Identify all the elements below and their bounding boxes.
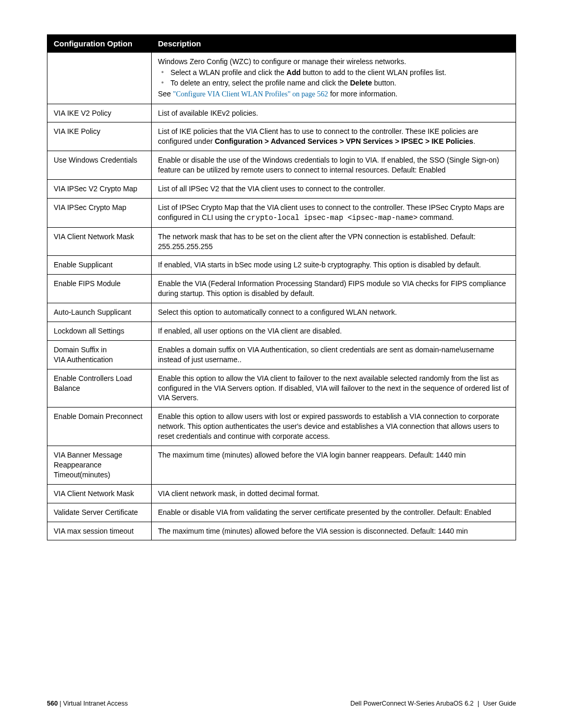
description-cell: List of all IPSec V2 that the VIA client… [152,180,516,199]
table-row: Domain Suffix in VIA Authentication Enab… [47,340,516,369]
table-row: VIA Banner Message Reappearance Timeout(… [47,446,516,485]
description-cell: Windows Zero Config (WZC) to configure o… [152,53,516,104]
table-row: VIA IKE V2 Policy List of available IKEv… [47,104,516,122]
description-cell: List of IPSec Crypto Map that the VIA cl… [152,198,516,227]
page-footer: 560 | Virtual Intranet Access Dell Power… [47,700,516,707]
option-cell: Validate Server Certificate [47,503,152,522]
footer-doc: User Guide [483,700,516,707]
option-cell: Domain Suffix in VIA Authentication [47,340,152,369]
table-row: VIA Client Network Mask VIA client netwo… [47,484,516,503]
list-item: To delete an entry, select the profile n… [170,78,509,88]
table-row: Use Windows Credentials Enable or disabl… [47,151,516,180]
bold-path: Configuration > Advanced Services > VPN … [215,137,473,145]
page: Configuration Option Description Windows… [0,0,563,728]
table-row: VIA IPSec Crypto Map List of IPSec Crypt… [47,198,516,227]
description-cell: Enable this option to allow the VIA clie… [152,369,516,408]
option-cell: VIA Client Network Mask [47,227,152,256]
text: command. [418,213,454,221]
header-description: Description [152,35,516,53]
table-row: VIA IPSec V2 Crypto Map List of all IPSe… [47,180,516,199]
description-cell: Enables a domain suffix on VIA Authentic… [152,340,516,369]
option-cell: Enable Supplicant [47,256,152,275]
option-cell: VIA IKE Policy [47,122,152,151]
description-cell: Enable the VIA (Federal Information Proc… [152,275,516,303]
table-row: Lockdown all Settings If enabled, all us… [47,322,516,341]
description-cell: Enable or disable VIA from validating th… [152,503,516,522]
description-cell: Enable or disable the use of the Windows… [152,151,516,180]
bold-delete: Delete [350,79,372,87]
page-number: 560 [47,700,58,707]
option-cell: VIA IPSec V2 Crypto Map [47,180,152,199]
description-cell: Select this option to automatically conn… [152,303,516,322]
footer-right: Dell PowerConnect W-Series ArubaOS 6.2 |… [350,700,516,707]
option-cell: VIA Banner Message Reappearance Timeout(… [47,446,152,485]
option-cell: VIA IPSec Crypto Map [47,198,152,227]
footer-sep: | [476,700,481,707]
text: for more information. [328,90,397,98]
option-cell: Enable Domain Preconnect [47,408,152,446]
table-row: Enable FIPS Module Enable the VIA (Feder… [47,275,516,303]
text: Windows Zero Config (WZC) to configure o… [158,57,406,66]
table-row: Enable Supplicant If enabled, VIA starts… [47,256,516,275]
table-row: Windows Zero Config (WZC) to configure o… [47,53,516,104]
option-cell: Use Windows Credentials [47,151,152,180]
list-item: Select a WLAN profile and click the Add … [170,68,509,78]
table-row: Enable Domain Preconnect Enable this opt… [47,408,516,446]
description-cell: Enable this option to allow users with l… [152,408,516,446]
description-cell: The network mask that has to be set on t… [152,227,516,256]
footer-sep: | [58,700,63,707]
text: Select a WLAN profile and click the [170,68,287,77]
table-header-row: Configuration Option Description [47,35,516,53]
text: To delete an entry, select the profile n… [170,79,350,87]
table-row: Validate Server Certificate Enable or di… [47,503,516,522]
description-cell: If enabled, VIA starts in bSec mode usin… [152,256,516,275]
description-cell: List of available IKEv2 policies. [152,104,516,122]
footer-left: 560 | Virtual Intranet Access [47,700,128,707]
table-row: VIA IKE Policy List of IKE policies that… [47,122,516,151]
option-cell: Enable FIPS Module [47,275,152,303]
text: . [473,137,475,145]
option-cell: Lockdown all Settings [47,322,152,341]
bold-add: Add [287,68,301,77]
table-row: Auto-Launch Supplicant Select this optio… [47,303,516,322]
option-cell: VIA max session timeout [47,522,152,540]
option-cell: Enable Controllers Load Balance [47,369,152,408]
option-cell [47,53,152,104]
cross-reference-link[interactable]: "Configure VIA Client WLAN Profiles" on … [173,90,328,98]
option-cell: VIA Client Network Mask [47,484,152,503]
description-cell: List of IKE policies that the VIA Client… [152,122,516,151]
option-cell: VIA IKE V2 Policy [47,104,152,122]
table-row: VIA max session timeout The maximum time… [47,522,516,540]
table-row: Enable Controllers Load Balance Enable t… [47,369,516,408]
bullet-list: Select a WLAN profile and click the Add … [158,68,509,88]
description-cell: If enabled, all user options on the VIA … [152,322,516,341]
table-row: VIA Client Network Mask The network mask… [47,227,516,256]
description-cell: The maximum time (minutes) allowed befor… [152,522,516,540]
footer-section: Virtual Intranet Access [63,700,128,707]
description-cell: The maximum time (minutes) allowed befor… [152,446,516,485]
header-option: Configuration Option [47,35,152,53]
option-cell: Auto-Launch Supplicant [47,303,152,322]
description-cell: VIA client network mask, in dotted decim… [152,484,516,503]
footer-product: Dell PowerConnect W-Series ArubaOS 6.2 [350,700,474,707]
code-inline: crypto-local ipsec-map <ipsec-map-name> [247,214,418,222]
text: button. [372,79,397,87]
config-table: Configuration Option Description Windows… [47,34,516,540]
text: button to add to the client WLAN profile… [301,68,446,77]
text: See [158,90,173,98]
